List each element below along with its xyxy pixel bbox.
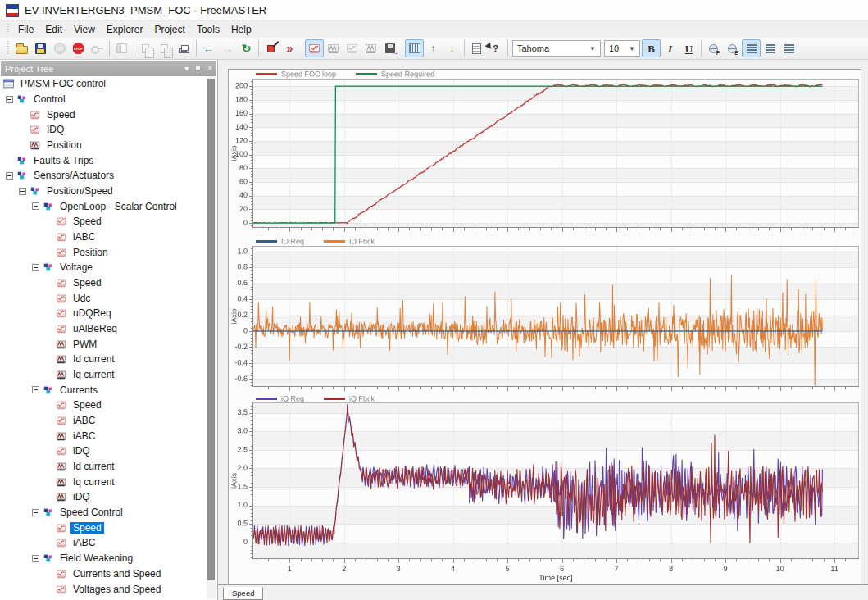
- tree-item-label[interactable]: iDQ: [70, 491, 93, 502]
- tree-item-idq[interactable]: IDQ: [1, 122, 206, 138]
- tree-item-pwm[interactable]: PWM: [1, 336, 206, 352]
- tree-item-label[interactable]: Position: [44, 139, 84, 151]
- tree-item-label[interactable]: Speed: [70, 399, 104, 411]
- tree-item-label[interactable]: iABC: [70, 231, 98, 243]
- tree-item-openloop-scalar-control[interactable]: OpenLoop - Scalar Control: [1, 198, 206, 214]
- tree-item-field-weakening[interactable]: Field Weakening: [1, 551, 206, 566]
- tree-item-label[interactable]: uAlBeReq: [70, 323, 120, 334]
- font-language-button[interactable]: [704, 39, 723, 57]
- go-button[interactable]: [50, 39, 69, 57]
- tree-item-control[interactable]: Control: [1, 92, 206, 107]
- tree-scrollbar[interactable]: [207, 76, 216, 599]
- tree-item-label[interactable]: Faults & Trips: [31, 155, 96, 166]
- tree-item-iabc[interactable]: iABC: [1, 428, 206, 443]
- tree-item-label[interactable]: Currents and Speed: [70, 568, 163, 580]
- collapse-expander-icon[interactable]: [19, 188, 26, 195]
- chevron-down-icon[interactable]: ▼: [625, 45, 635, 52]
- tree-item-label[interactable]: Udc: [70, 293, 93, 304]
- tree-item-label[interactable]: iABC: [70, 537, 98, 548]
- tree-item-label[interactable]: OpenLoop - Scalar Control: [57, 201, 180, 212]
- tree-item-label[interactable]: Voltage: [57, 261, 95, 273]
- menu-item-tools[interactable]: Tools: [191, 22, 225, 37]
- forward-button[interactable]: →: [218, 39, 237, 57]
- print-button[interactable]: [175, 39, 193, 57]
- tree-item-label[interactable]: Field Weakening: [57, 552, 135, 564]
- tree-item-position[interactable]: Position: [1, 138, 206, 153]
- tree-item-voltages-and-speed[interactable]: Voltages and Speed: [1, 581, 206, 597]
- tree-item-currents-and-speed[interactable]: Currents and Speed: [1, 566, 206, 582]
- scope-view-button[interactable]: [305, 39, 324, 57]
- tree-item-label[interactable]: Id current: [70, 353, 117, 365]
- tree-item-speed[interactable]: Speed: [1, 520, 206, 535]
- reload-button[interactable]: ↻: [237, 39, 256, 57]
- scope-chart-iq-currents[interactable]: [229, 394, 861, 582]
- watch-variable-button[interactable]: [261, 39, 280, 57]
- tree-item-label[interactable]: Position: [70, 247, 111, 258]
- italic-button[interactable]: I: [661, 39, 679, 57]
- tree-item-currents[interactable]: Currents: [1, 382, 206, 398]
- collapse-expander-icon[interactable]: [32, 509, 39, 516]
- tree-item-label[interactable]: iABC: [70, 430, 98, 442]
- tree-item-speed[interactable]: Speed: [1, 107, 206, 122]
- grid-view-button[interactable]: [405, 39, 424, 57]
- save-project-button[interactable]: [31, 39, 50, 57]
- graph-edit-button[interactable]: [343, 39, 361, 57]
- tree-item-position-speed[interactable]: Position/Speed: [1, 184, 206, 199]
- tree-item-speed[interactable]: Speed: [1, 275, 206, 291]
- back-button[interactable]: ←: [199, 39, 218, 57]
- menu-item-explorer[interactable]: Explorer: [101, 22, 149, 37]
- tree-item-id-current[interactable]: Id current: [1, 352, 206, 367]
- tree-item-label[interactable]: Voltages and Speed: [70, 584, 163, 595]
- paste-button[interactable]: [156, 39, 175, 57]
- underline-button[interactable]: U: [679, 39, 698, 57]
- font-size-select[interactable]: 10▼: [604, 40, 640, 57]
- tree-item-voltage[interactable]: Voltage: [1, 260, 206, 275]
- collapse-expander-icon[interactable]: [32, 202, 39, 210]
- menu-item-edit[interactable]: Edit: [39, 22, 68, 37]
- tree-item-label[interactable]: Sensors/Actuators: [31, 170, 116, 181]
- menu-item-view[interactable]: View: [68, 22, 101, 37]
- align-center-button[interactable]: [761, 39, 779, 57]
- move-down-button[interactable]: ↓: [443, 39, 461, 57]
- scope-chart-speed[interactable]: [229, 70, 861, 237]
- tree-item-sensors-actuators[interactable]: Sensors/Actuators: [1, 168, 206, 184]
- collapse-expander-icon[interactable]: [32, 386, 39, 393]
- tree-item-label[interactable]: PMSM FOC control: [18, 78, 108, 89]
- context-help-button[interactable]: ?: [486, 39, 505, 57]
- collapse-expander-icon[interactable]: [6, 96, 13, 103]
- copy-button[interactable]: [137, 39, 156, 57]
- properties-button[interactable]: [467, 39, 486, 57]
- tree-item-label[interactable]: Speed: [70, 277, 104, 289]
- tree-item-label[interactable]: Control: [31, 93, 68, 105]
- project-tree-toggle-button[interactable]: [112, 39, 131, 57]
- panel-menu-arrow-icon[interactable]: ▾: [184, 65, 189, 73]
- graph-clear-button[interactable]: [361, 39, 380, 57]
- tree-item-label[interactable]: Id current: [70, 461, 117, 472]
- stop-button[interactable]: [69, 39, 88, 57]
- tree-item-position[interactable]: Position: [1, 244, 206, 260]
- encoding-button[interactable]: [723, 39, 742, 57]
- move-up-button[interactable]: ↑: [424, 39, 443, 57]
- font-family-select[interactable]: Tahoma▼: [512, 40, 601, 57]
- recorder-view-button[interactable]: [324, 39, 343, 57]
- open-project-button[interactable]: [12, 39, 31, 57]
- tree-item-label[interactable]: IDQ: [44, 124, 66, 135]
- tree-item-label[interactable]: Iq current: [70, 476, 117, 488]
- tree-item-label[interactable]: Speed: [44, 109, 78, 120]
- tree-item-udqreq[interactable]: uDQReq: [1, 306, 206, 321]
- tree-item-label[interactable]: iDQ: [70, 445, 93, 457]
- tree-item-pmsm-foc-control[interactable]: PMSM FOC control: [1, 76, 206, 92]
- tree-item-iq-current[interactable]: Iq current: [1, 474, 206, 489]
- scope-chart-id-currents[interactable]: [229, 237, 861, 394]
- tree-item-label[interactable]: iABC: [70, 415, 98, 426]
- align-left-button[interactable]: [742, 39, 761, 57]
- tree-item-label[interactable]: Speed: [70, 216, 104, 227]
- tree-item-id-current[interactable]: Id current: [1, 459, 206, 475]
- tree-item-faults-trips[interactable]: Faults & Trips: [1, 152, 206, 168]
- menu-item-file[interactable]: File: [12, 22, 39, 37]
- tree-item-label[interactable]: Position/Speed: [44, 185, 116, 197]
- tree-item-speed[interactable]: Speed: [1, 214, 206, 230]
- align-right-button[interactable]: [779, 39, 798, 57]
- tree-item-label[interactable]: Iq current: [70, 369, 117, 380]
- tree-item-udc[interactable]: Udc: [1, 290, 206, 306]
